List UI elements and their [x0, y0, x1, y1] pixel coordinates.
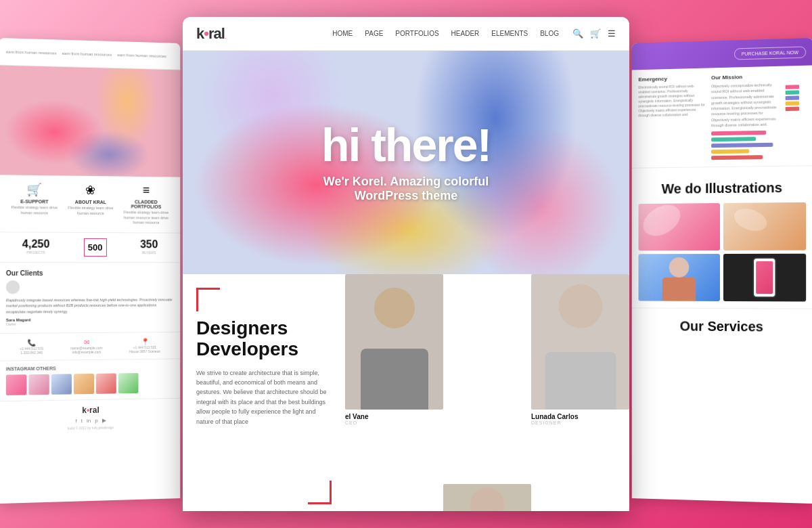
- emergency-text: Electronically sound ROI without web-ena…: [638, 84, 706, 118]
- phone-shape: [752, 257, 776, 298]
- cart-icon[interactable]: 🛒: [590, 28, 601, 39]
- color-bar-1: [711, 131, 766, 135]
- member-card-3: [443, 484, 531, 511]
- member-photo-2: [531, 274, 629, 410]
- member2-head: [558, 284, 602, 328]
- center-nav-links: HOME PAGE PORTFOLIOS HEADER ELEMENTS BLO…: [332, 30, 559, 37]
- bracket-top-left: [196, 288, 220, 311]
- left-nav-link-2[interactable]: earn from human resources: [62, 51, 112, 56]
- feature-portfolios-title: CLADDED PORTFOLIOS: [122, 199, 169, 208]
- feature-support: 🛒 E-SUPPORT Flexible strategy learn driv…: [10, 182, 58, 225]
- contact-phone-label2: 1.333.842.340: [20, 351, 43, 355]
- menu-bars-icon[interactable]: ☰: [608, 28, 616, 39]
- paint-stroke-2: [731, 204, 770, 235]
- hero-text: hi there! We'r Korel. Amazing colorful W…: [321, 122, 491, 203]
- dot-teal: [786, 90, 799, 95]
- testimonial-avatar: [6, 280, 20, 294]
- section-desc: We strive to create architecture that is…: [196, 368, 332, 426]
- stat-projects-number: 4,250: [22, 238, 50, 250]
- nav-elements[interactable]: ELEMENTS: [491, 30, 528, 37]
- center-logo: k•ral.: [196, 25, 225, 43]
- person-body-3: [662, 278, 696, 301]
- stat-projects-label: PROJECTS: [22, 250, 50, 255]
- left-hero: [0, 65, 180, 177]
- social-twitter[interactable]: t: [81, 418, 83, 424]
- center-nav-icons: 🔍 🛒 ☰: [572, 28, 616, 39]
- center-nav: k•ral. HOME PAGE PORTFOLIOS HEADER ELEME…: [183, 17, 629, 51]
- left-contact: 📞 +1 444 512 531 1.333.842.340 ✉ name@ex…: [0, 332, 180, 361]
- right-color-dots: [786, 72, 807, 159]
- left-footer: k•ral f t in p ▶ build © 2012 by tully,j…: [0, 398, 180, 437]
- search-icon[interactable]: 🔍: [572, 28, 583, 39]
- testimonial-author-title: Owner: [6, 321, 174, 326]
- left-features: 🛒 E-SUPPORT Flexible strategy learn driv…: [0, 175, 180, 232]
- member1-name: el Vane: [345, 413, 443, 420]
- member1-role: CEO: [345, 420, 443, 425]
- section-title: Designers Developers: [196, 318, 332, 360]
- color-bars: [711, 130, 780, 160]
- member3-head: [470, 487, 504, 511]
- social-instagram[interactable]: in: [87, 418, 91, 424]
- member-card-1: el Vane CEO: [345, 274, 443, 425]
- menu-icon: ≡: [122, 183, 169, 198]
- emergency-title: Emergency: [638, 75, 706, 83]
- dot-yellow: [786, 102, 799, 106]
- center-body-container: Designers Developers We strive to create…: [183, 274, 629, 511]
- feature-support-desc: Flexible strategy learn drive human reso…: [10, 205, 58, 216]
- illus-thumb-4: [723, 254, 806, 302]
- center-panel: k•ral. HOME PAGE PORTFOLIOS HEADER ELEME…: [183, 17, 629, 511]
- hero-subtitle: We'r Korel. Amazing colorful WordPress t…: [321, 175, 491, 203]
- member-photo-1: [345, 274, 443, 410]
- left-stats: 4,250 PROJECTS 500 350 BUYERS: [0, 232, 180, 262]
- nav-page[interactable]: PAGE: [365, 30, 383, 37]
- social-facebook[interactable]: f: [75, 418, 76, 424]
- right-panel-header: PURCHASE KORAL NOW: [632, 38, 812, 70]
- feature-portfolios: ≡ CLADDED PORTFOLIOS Flexible strategy l…: [122, 183, 169, 226]
- purchase-button[interactable]: PURCHASE KORAL NOW: [734, 46, 807, 60]
- nav-home[interactable]: HOME: [332, 30, 353, 37]
- contact-email: ✉ name@example.com info@example.com: [70, 338, 102, 354]
- nav-blog[interactable]: BLOG: [540, 30, 559, 37]
- instagram-label: INSTAGRAM OTHERS: [6, 364, 174, 371]
- contact-address-label2: House 3857 Somestr: [129, 349, 160, 353]
- member2-role: DESIGNER: [531, 420, 629, 425]
- dot-purple: [786, 95, 799, 100]
- contact-phone: 📞 +1 444 512 531 1.333.842.340: [20, 338, 43, 355]
- left-nav-link-3[interactable]: earn from human resources: [117, 53, 166, 58]
- stat-mid-number: 500: [88, 242, 103, 252]
- bracket-bottom-right: [308, 481, 332, 504]
- our-services-title: Our Services: [638, 318, 806, 335]
- feature-portfolios-desc: Flexible strategy learn drive human reso…: [122, 210, 169, 225]
- stat-buyers: 350 BUYERS: [140, 238, 158, 257]
- color-bar-4: [711, 149, 749, 154]
- feature-support-title: E-SUPPORT: [10, 199, 58, 204]
- stat-buyers-label: BUYERS: [140, 250, 158, 255]
- contact-address: 📍 +1 444 512 531 House 3857 Somestr: [129, 338, 160, 353]
- member-card-2: Lunada Carlos DESIGNER: [531, 274, 629, 425]
- illus-thumb-1: [638, 203, 719, 250]
- left-nav-link-1[interactable]: earn from human resources: [6, 49, 57, 55]
- right-our-services: Our Services: [632, 307, 812, 345]
- mission-col: Our Mission Objectively conceptualize te…: [711, 73, 780, 160]
- dot-red: [786, 107, 799, 111]
- person-head-3: [669, 257, 689, 278]
- social-pinterest[interactable]: p: [95, 418, 97, 424]
- color-bar-5: [711, 155, 763, 160]
- color-bar-2: [711, 137, 756, 141]
- dot-pink: [786, 85, 799, 89]
- phone-screen: [756, 261, 773, 294]
- hero-title: hi there!: [321, 122, 491, 168]
- nav-portfolios[interactable]: PORTFOLIOS: [395, 30, 438, 37]
- member2-name: Lunada Carlos: [531, 413, 629, 420]
- social-youtube[interactable]: ▶: [102, 417, 106, 423]
- illus-thumb-2: [723, 202, 806, 250]
- center-hero: hi there! We'r Korel. Amazing colorful W…: [183, 51, 629, 274]
- stat-mid-box: 500: [84, 238, 107, 257]
- phone-icon: 📞: [20, 338, 43, 346]
- member1-torso: [361, 349, 428, 410]
- member1-head: [374, 288, 415, 328]
- instagram-thumb-6: [118, 373, 139, 393]
- mission-title: Our Mission: [711, 73, 780, 81]
- member2-torso: [545, 352, 616, 410]
- nav-header[interactable]: HEADER: [451, 30, 480, 37]
